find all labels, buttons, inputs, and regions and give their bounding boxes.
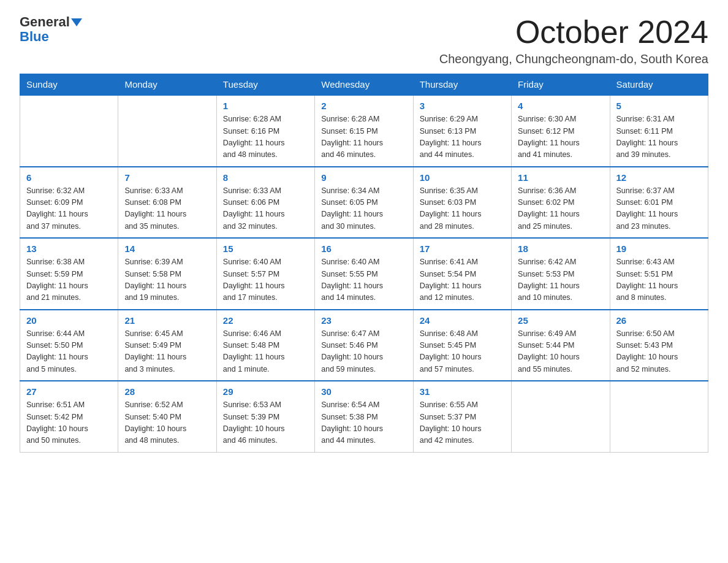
calendar-cell: 3Sunrise: 6:29 AMSunset: 6:13 PMDaylight… — [413, 95, 511, 167]
calendar-cell: 9Sunrise: 6:34 AMSunset: 6:05 PMDaylight… — [315, 167, 413, 239]
day-number: 26 — [616, 315, 702, 326]
day-number: 24 — [420, 315, 505, 326]
calendar-cell: 23Sunrise: 6:47 AMSunset: 5:46 PMDayligh… — [315, 310, 413, 381]
day-info: Sunrise: 6:38 AMSunset: 5:59 PMDaylight:… — [26, 256, 112, 304]
header-tuesday: Tuesday — [216, 74, 314, 96]
day-info: Sunrise: 6:46 AMSunset: 5:48 PMDaylight:… — [223, 328, 308, 376]
day-number: 12 — [616, 172, 702, 183]
logo-triangle-icon — [71, 18, 82, 26]
day-number: 3 — [420, 101, 505, 111]
day-number: 10 — [420, 172, 505, 183]
day-info: Sunrise: 6:43 AMSunset: 5:51 PMDaylight:… — [616, 256, 702, 304]
day-info: Sunrise: 6:48 AMSunset: 5:45 PMDaylight:… — [420, 328, 505, 376]
day-number: 19 — [616, 243, 702, 254]
day-number: 15 — [223, 243, 308, 254]
day-info: Sunrise: 6:35 AMSunset: 6:03 PMDaylight:… — [420, 185, 505, 233]
day-number: 4 — [518, 101, 603, 111]
calendar-cell: 4Sunrise: 6:30 AMSunset: 6:12 PMDaylight… — [512, 95, 610, 167]
calendar-cell: 28Sunrise: 6:52 AMSunset: 5:40 PMDayligh… — [118, 381, 216, 452]
day-info: Sunrise: 6:32 AMSunset: 6:09 PMDaylight:… — [26, 185, 112, 233]
calendar-cell: 29Sunrise: 6:53 AMSunset: 5:39 PMDayligh… — [216, 381, 314, 452]
logo-general-text: General — [20, 15, 70, 29]
location-title: Cheongyang, Chungcheongnam-do, South Kor… — [439, 52, 708, 66]
calendar-table: Sunday Monday Tuesday Wednesday Thursday… — [20, 74, 708, 453]
calendar-cell: 14Sunrise: 6:39 AMSunset: 5:58 PMDayligh… — [118, 238, 216, 310]
day-info: Sunrise: 6:33 AMSunset: 6:06 PMDaylight:… — [223, 185, 308, 233]
day-number: 28 — [124, 386, 210, 397]
day-number: 31 — [420, 386, 505, 397]
calendar-cell: 7Sunrise: 6:33 AMSunset: 6:08 PMDaylight… — [118, 167, 216, 239]
calendar-cell — [512, 381, 610, 452]
day-info: Sunrise: 6:28 AMSunset: 6:15 PMDaylight:… — [321, 113, 406, 161]
day-info: Sunrise: 6:53 AMSunset: 5:39 PMDaylight:… — [223, 399, 308, 447]
day-info: Sunrise: 6:37 AMSunset: 6:01 PMDaylight:… — [616, 185, 702, 233]
calendar-cell: 13Sunrise: 6:38 AMSunset: 5:59 PMDayligh… — [20, 238, 118, 310]
calendar-cell — [20, 95, 118, 167]
calendar-cell: 5Sunrise: 6:31 AMSunset: 6:11 PMDaylight… — [610, 95, 708, 167]
header-monday: Monday — [118, 74, 216, 96]
calendar-cell: 20Sunrise: 6:44 AMSunset: 5:50 PMDayligh… — [20, 310, 118, 381]
week-row-5: 27Sunrise: 6:51 AMSunset: 5:42 PMDayligh… — [20, 381, 708, 452]
calendar-cell: 26Sunrise: 6:50 AMSunset: 5:43 PMDayligh… — [610, 310, 708, 381]
day-number: 7 — [124, 172, 210, 183]
calendar-cell — [610, 381, 708, 452]
calendar-cell: 21Sunrise: 6:45 AMSunset: 5:49 PMDayligh… — [118, 310, 216, 381]
page-header: General Blue October 2024 Cheongyang, Ch… — [20, 15, 708, 66]
calendar-cell: 16Sunrise: 6:40 AMSunset: 5:55 PMDayligh… — [315, 238, 413, 310]
day-info: Sunrise: 6:39 AMSunset: 5:58 PMDaylight:… — [124, 256, 210, 304]
header-saturday: Saturday — [610, 74, 708, 96]
day-info: Sunrise: 6:44 AMSunset: 5:50 PMDaylight:… — [26, 328, 112, 376]
header-wednesday: Wednesday — [315, 74, 413, 96]
week-row-2: 6Sunrise: 6:32 AMSunset: 6:09 PMDaylight… — [20, 167, 708, 239]
calendar-cell: 11Sunrise: 6:36 AMSunset: 6:02 PMDayligh… — [512, 167, 610, 239]
week-row-4: 20Sunrise: 6:44 AMSunset: 5:50 PMDayligh… — [20, 310, 708, 381]
day-number: 21 — [124, 315, 210, 326]
calendar-cell: 2Sunrise: 6:28 AMSunset: 6:15 PMDaylight… — [315, 95, 413, 167]
day-info: Sunrise: 6:50 AMSunset: 5:43 PMDaylight:… — [616, 328, 702, 376]
calendar-cell: 6Sunrise: 6:32 AMSunset: 6:09 PMDaylight… — [20, 167, 118, 239]
calendar-cell: 12Sunrise: 6:37 AMSunset: 6:01 PMDayligh… — [610, 167, 708, 239]
day-info: Sunrise: 6:55 AMSunset: 5:37 PMDaylight:… — [420, 399, 505, 447]
calendar-cell — [118, 95, 216, 167]
calendar-cell: 27Sunrise: 6:51 AMSunset: 5:42 PMDayligh… — [20, 381, 118, 452]
day-info: Sunrise: 6:49 AMSunset: 5:44 PMDaylight:… — [518, 328, 603, 376]
calendar-cell: 17Sunrise: 6:41 AMSunset: 5:54 PMDayligh… — [413, 238, 511, 310]
day-number: 18 — [518, 243, 603, 254]
calendar-cell: 18Sunrise: 6:42 AMSunset: 5:53 PMDayligh… — [512, 238, 610, 310]
day-info: Sunrise: 6:33 AMSunset: 6:08 PMDaylight:… — [124, 185, 210, 233]
logo: General Blue — [20, 15, 82, 44]
header-thursday: Thursday — [413, 74, 511, 96]
day-info: Sunrise: 6:40 AMSunset: 5:57 PMDaylight:… — [223, 256, 308, 304]
week-row-1: 1Sunrise: 6:28 AMSunset: 6:16 PMDaylight… — [20, 95, 708, 167]
calendar-cell: 19Sunrise: 6:43 AMSunset: 5:51 PMDayligh… — [610, 238, 708, 310]
day-number: 6 — [26, 172, 112, 183]
calendar-cell: 30Sunrise: 6:54 AMSunset: 5:38 PMDayligh… — [315, 381, 413, 452]
day-number: 27 — [26, 386, 112, 397]
day-number: 25 — [518, 315, 603, 326]
logo-blue-text: Blue — [20, 29, 49, 44]
day-info: Sunrise: 6:29 AMSunset: 6:13 PMDaylight:… — [420, 113, 505, 161]
day-number: 14 — [124, 243, 210, 254]
calendar-cell: 22Sunrise: 6:46 AMSunset: 5:48 PMDayligh… — [216, 310, 314, 381]
day-info: Sunrise: 6:45 AMSunset: 5:49 PMDaylight:… — [124, 328, 210, 376]
day-number: 16 — [321, 243, 406, 254]
day-number: 9 — [321, 172, 406, 183]
day-number: 13 — [26, 243, 112, 254]
calendar-cell: 8Sunrise: 6:33 AMSunset: 6:06 PMDaylight… — [216, 167, 314, 239]
month-title: October 2024 — [439, 15, 708, 50]
days-header-row: Sunday Monday Tuesday Wednesday Thursday… — [20, 74, 708, 96]
day-info: Sunrise: 6:52 AMSunset: 5:40 PMDaylight:… — [124, 399, 210, 447]
title-section: October 2024 Cheongyang, Chungcheongnam-… — [439, 15, 708, 66]
header-friday: Friday — [512, 74, 610, 96]
day-info: Sunrise: 6:28 AMSunset: 6:16 PMDaylight:… — [223, 113, 308, 161]
day-number: 5 — [616, 101, 702, 111]
day-info: Sunrise: 6:31 AMSunset: 6:11 PMDaylight:… — [616, 113, 702, 161]
day-info: Sunrise: 6:47 AMSunset: 5:46 PMDaylight:… — [321, 328, 406, 376]
day-number: 11 — [518, 172, 603, 183]
day-info: Sunrise: 6:41 AMSunset: 5:54 PMDaylight:… — [420, 256, 505, 304]
day-number: 23 — [321, 315, 406, 326]
day-number: 20 — [26, 315, 112, 326]
calendar-cell: 1Sunrise: 6:28 AMSunset: 6:16 PMDaylight… — [216, 95, 314, 167]
day-number: 29 — [223, 386, 308, 397]
calendar-cell: 25Sunrise: 6:49 AMSunset: 5:44 PMDayligh… — [512, 310, 610, 381]
